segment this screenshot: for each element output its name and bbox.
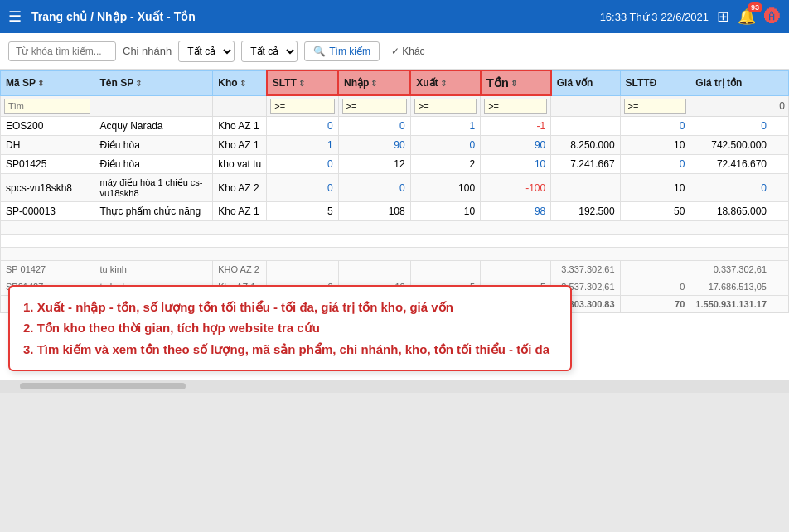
table-row: SP01425 Điều hòa kho vat tu 0 12 2 10 7.… xyxy=(1,155,789,174)
table-row: DH Điều hòa Kho AZ 1 1 90 0 90 8.250.000… xyxy=(1,136,789,155)
cell-ma-sp: DH xyxy=(1,136,94,155)
cell-sltd: 10 xyxy=(620,136,690,155)
grid-icon[interactable]: ⊞ xyxy=(717,7,729,26)
cell-xuat: 1 xyxy=(410,117,480,136)
notification-icon[interactable]: 🔔 93 xyxy=(738,7,756,26)
cell-ma-sp: spcs-vu18skh8 xyxy=(1,174,94,202)
cell-sltd: 0 xyxy=(620,117,690,136)
spacer-row xyxy=(1,235,789,248)
cell-sltd: 50 xyxy=(620,202,690,221)
datetime: 16:33 Thứ 3 22/6/2021 xyxy=(600,11,709,23)
cell-sltt: 0 xyxy=(267,117,338,136)
cell-kho: Kho AZ 2 xyxy=(213,174,267,202)
cell-sltt: 5 xyxy=(267,202,338,221)
col-xuat[interactable]: Xuất⇕ xyxy=(410,70,480,95)
cell-sltt: 0 xyxy=(267,155,338,174)
cell-ten-sp: máy điều hòa 1 chiều cs-vu18skh8 xyxy=(94,174,213,202)
cell-ten-sp: Acquy Narada xyxy=(94,117,213,136)
filter-row: 0 xyxy=(1,95,789,117)
cell-sltt: 0 xyxy=(267,174,338,202)
cell-kho: Kho AZ 1 xyxy=(213,117,267,136)
cell-gia-von: 192.500 xyxy=(551,202,620,221)
filter-ton[interactable] xyxy=(484,99,547,114)
col-ten-sp[interactable]: Tên SP⇕ xyxy=(94,70,213,95)
cell-ton: 90 xyxy=(481,136,551,155)
filter-xuat[interactable] xyxy=(414,99,477,114)
search-input[interactable] xyxy=(8,41,116,61)
cell-xuat: 0 xyxy=(410,136,480,155)
col-kho[interactable]: Kho⇕ xyxy=(213,70,267,95)
cell-ton: -100 xyxy=(481,174,551,202)
sort-icon: ⇕ xyxy=(135,79,142,88)
filter-sltd[interactable] xyxy=(624,99,687,114)
col-ma-sp[interactable]: Mã SP⇕ xyxy=(1,70,94,95)
header: ☰ Trang chủ / Nhập - Xuất - Tồn 16:33 Th… xyxy=(0,0,789,33)
cell-gia-tri-ton: 0 xyxy=(690,117,772,136)
cell-gia-von xyxy=(551,174,620,202)
cell-ma-sp: SP-000013 xyxy=(1,202,94,221)
menu-icon[interactable]: ☰ xyxy=(8,7,22,26)
filter-sltt[interactable] xyxy=(270,99,334,114)
sort-icon: ⇕ xyxy=(370,79,377,88)
cell-gia-tri-ton: 18.865.000 xyxy=(690,202,772,221)
cell-xuat: 2 xyxy=(410,155,480,174)
page-title: Trang chủ / Nhập - Xuất - Tồn xyxy=(31,10,600,23)
other-button[interactable]: ✓ Khác xyxy=(386,42,430,60)
user-avatar[interactable]: 🅐 xyxy=(764,7,781,27)
table-row: SP 01427tu kinhKHO AZ 2 3.337.302,610.33… xyxy=(1,261,789,278)
col-gia-von[interactable]: Giá vốn xyxy=(551,70,620,95)
table-row: spcs-vu18skh8 máy điều hòa 1 chiều cs-vu… xyxy=(1,174,789,202)
cell-nhap: 0 xyxy=(338,174,410,202)
cell-nhap: 90 xyxy=(338,136,410,155)
table-row: SP-000013 Thực phẩm chức năng Kho AZ 1 5… xyxy=(1,202,789,221)
cell-gia-tri-ton: 742.500.000 xyxy=(690,136,772,155)
col-sltt[interactable]: SLTT⇕ xyxy=(267,70,338,95)
cell-gia-von xyxy=(551,117,620,136)
spacer-row xyxy=(1,248,789,261)
cell-kho: kho vat tu xyxy=(213,155,267,174)
col-ton[interactable]: Tồn⇕ xyxy=(481,70,551,95)
filter-ma-sp[interactable] xyxy=(4,99,90,114)
spacer-row xyxy=(1,221,789,235)
toolbar: Chi nhánh Tất cả Tất cả 🔍 Tìm kiếm ✓ Khá… xyxy=(0,33,789,70)
cell-gia-tri-ton: 72.416.670 xyxy=(690,155,772,174)
cell-gia-tri-ton: 0 xyxy=(690,174,772,202)
cell-ma-sp: EOS200 xyxy=(1,117,94,136)
scrollbar-thumb[interactable] xyxy=(20,383,186,389)
cell-ton: -1 xyxy=(481,117,551,136)
cell-gia-von: 7.241.667 xyxy=(551,155,620,174)
cell-gia-von: 8.250.000 xyxy=(551,136,620,155)
cell-ton: 98 xyxy=(481,202,551,221)
col-extra xyxy=(772,70,789,95)
search-button[interactable]: 🔍 Tìm kiếm xyxy=(304,41,380,61)
cell-ton: 10 xyxy=(481,155,551,174)
tooltip-line2: 2. Tồn kho theo thời gian, tích hợp webs… xyxy=(23,317,557,339)
cell-sltd: 0 xyxy=(620,155,690,174)
cell-nhap: 12 xyxy=(338,155,410,174)
cell-nhap: 108 xyxy=(338,202,410,221)
col-nhap[interactable]: Nhập⇕ xyxy=(338,70,410,95)
cell-ten-sp: Điều hòa xyxy=(94,136,213,155)
sort-icon: ⇕ xyxy=(240,79,246,88)
branch-select[interactable]: Tất cả xyxy=(178,41,235,62)
table-row: EOS200 Acquy Narada Kho AZ 1 0 0 1 -1 0 … xyxy=(1,117,789,136)
notification-badge: 93 xyxy=(748,2,762,12)
sort-icon: ⇕ xyxy=(440,79,447,88)
cell-xuat: 100 xyxy=(410,174,480,202)
cell-sltd: 10 xyxy=(620,174,690,202)
sort-icon: ⇕ xyxy=(37,79,44,88)
warehouse-select[interactable]: Tất cả xyxy=(241,41,298,62)
cell-ma-sp: SP01425 xyxy=(1,155,94,174)
tooltip-line1: 1. Xuất - nhập - tồn, số lượng tồn tối t… xyxy=(23,297,557,318)
col-gia-tri-ton[interactable]: Giá trị tồn xyxy=(690,70,772,95)
cell-kho: Kho AZ 1 xyxy=(213,202,267,221)
cell-ten-sp: Thực phẩm chức năng xyxy=(94,202,213,221)
sort-icon: ⇕ xyxy=(511,79,517,88)
table-container: Mã SP⇕ Tên SP⇕ Kho⇕ SLTT⇕ Nhập⇕ Xuất⇕ xyxy=(0,70,789,380)
horizontal-scrollbar[interactable] xyxy=(0,380,789,393)
cell-nhap: 0 xyxy=(338,117,410,136)
cell-xuat: 10 xyxy=(410,202,480,221)
col-sltd[interactable]: SLTTĐ xyxy=(620,70,690,95)
filter-nhap[interactable] xyxy=(342,99,407,114)
cell-sltt: 1 xyxy=(267,136,338,155)
